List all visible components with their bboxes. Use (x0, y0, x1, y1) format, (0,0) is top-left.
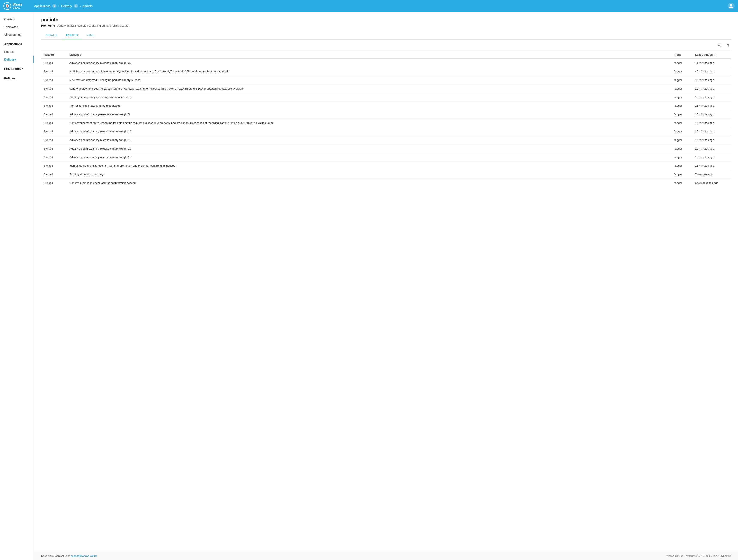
table-row: Synced Routing all traffic to primary fl… (41, 170, 731, 179)
cell-from: flagger (671, 136, 693, 144)
layout: Clusters Templates Violation Log Applica… (0, 12, 738, 560)
sidebar-item-sources[interactable]: Sources (0, 48, 34, 56)
cell-reason: Synced (41, 93, 67, 101)
cell-from: flagger (671, 153, 693, 161)
cell-last-updated: 7 minutes ago (693, 170, 731, 179)
sidebar: Clusters Templates Violation Log Applica… (0, 12, 34, 560)
logo-weave-text: Weave (13, 3, 22, 6)
cell-reason: Synced (41, 110, 67, 119)
sidebar-item-flux-runtime[interactable]: Flux Runtime (0, 65, 34, 73)
cell-message: Advance podinfo.canary-release canary we… (67, 144, 671, 153)
cell-last-updated: 16 minutes ago (693, 93, 731, 101)
breadcrumb-podinfo: podinfo (83, 4, 92, 8)
table-row: Synced podinfo-primary.canary-release no… (41, 67, 731, 76)
cell-last-updated: 15 minutes ago (693, 153, 731, 161)
table-row: Synced canary deployment podinfo.canary-… (41, 84, 731, 93)
cell-from: flagger (671, 179, 693, 187)
promoting-text: Canary analysis completed, starting prim… (57, 24, 129, 27)
cell-reason: Synced (41, 59, 67, 67)
col-header-reason: Reason (41, 51, 67, 59)
table-toolbar (41, 40, 731, 51)
cell-reason: Synced (41, 136, 67, 144)
tab-events[interactable]: EVENTS (62, 31, 82, 39)
cell-last-updated: 11 minutes ago (693, 161, 731, 170)
sidebar-item-clusters[interactable]: Clusters (0, 15, 34, 23)
cell-reason: Synced (41, 127, 67, 136)
cell-message: Advance podinfo.canary-release canary we… (67, 59, 671, 67)
col-header-last-updated: Last Updated (693, 51, 731, 59)
cell-from: flagger (671, 161, 693, 170)
cell-last-updated: a few seconds ago (693, 179, 731, 187)
cell-from: flagger (671, 170, 693, 179)
delivery-badge: 1 (74, 4, 78, 8)
table-row: Synced Advance podinfo.canary-release ca… (41, 59, 731, 67)
main-content: podinfo Promoting Canary analysis comple… (34, 12, 738, 560)
filter-icon[interactable] (725, 42, 731, 48)
cell-message: Advance podinfo.canary-release canary we… (67, 127, 671, 136)
table-row: Synced Advance podinfo.canary-release ca… (41, 153, 731, 161)
promoting-label: Promoting (41, 24, 55, 27)
cell-reason: Synced (41, 153, 67, 161)
applications-badge: 6 (52, 4, 57, 8)
cell-from: flagger (671, 93, 693, 101)
col-header-message: Message (67, 51, 671, 59)
cell-last-updated: 15 minutes ago (693, 119, 731, 127)
breadcrumb-delivery[interactable]: Delivery (61, 4, 72, 8)
table-row: Synced Pre-rollout check acceptance-test… (41, 101, 731, 110)
cell-message: Advance podinfo.canary-release canary we… (67, 136, 671, 144)
cell-last-updated: 16 minutes ago (693, 101, 731, 110)
cell-last-updated: 40 minutes ago (693, 67, 731, 76)
search-icon[interactable] (717, 42, 723, 48)
table-row: Synced Advance podinfo.canary-release ca… (41, 136, 731, 144)
cell-reason: Synced (41, 170, 67, 179)
cell-last-updated: 15 minutes ago (693, 144, 731, 153)
user-avatar[interactable] (728, 3, 735, 9)
cell-message: canary deployment podinfo.canary-release… (67, 84, 671, 93)
page-title: podinfo (41, 17, 731, 23)
sidebar-item-templates[interactable]: Templates (0, 23, 34, 31)
tab-yaml[interactable]: YAML (82, 31, 98, 39)
cell-reason: Synced (41, 144, 67, 153)
sidebar-item-violation-log[interactable]: Violation Log (0, 31, 34, 39)
footer-help-text: Need help? Contact us at (41, 554, 71, 557)
tabs: DETAILS EVENTS YAML (41, 31, 731, 40)
sidebar-item-delivery[interactable]: Delivery (0, 56, 34, 63)
table-row: Synced Advance podinfo.canary-release ca… (41, 110, 731, 119)
col-header-from: From (671, 51, 693, 59)
cell-reason: Synced (41, 161, 67, 170)
sidebar-item-applications[interactable]: Applications (0, 40, 34, 48)
header: Weave GitOps Applications 6 › Delivery 1… (0, 0, 738, 12)
cell-message: Halt advancement no values found for ngi… (67, 119, 671, 127)
breadcrumb: Applications 6 › Delivery 1 › podinfo (34, 4, 92, 8)
cell-from: flagger (671, 76, 693, 84)
logo[interactable]: Weave GitOps (3, 2, 29, 10)
tab-details[interactable]: DETAILS (41, 31, 62, 39)
cell-reason: Synced (41, 179, 67, 187)
sidebar-item-policies[interactable]: Policies (0, 75, 34, 82)
footer-help-link[interactable]: support@weave.works (71, 554, 97, 557)
cell-message: podinfo-primary.canary-release not ready… (67, 67, 671, 76)
cell-message: Advance podinfo.canary-release canary we… (67, 153, 671, 161)
cell-message: Pre-rollout check acceptance-test passed (67, 101, 671, 110)
cell-from: flagger (671, 84, 693, 93)
footer-version: Weave GitOps Enterprise 2022-07 0.9.0-rc… (666, 554, 731, 557)
cell-from: flagger (671, 144, 693, 153)
cell-reason: Synced (41, 67, 67, 76)
cell-from: flagger (671, 67, 693, 76)
cell-last-updated: 16 minutes ago (693, 84, 731, 93)
breadcrumb-applications[interactable]: Applications (34, 4, 51, 8)
header-right (728, 3, 735, 9)
cell-last-updated: 15 minutes ago (693, 127, 731, 136)
promoting-row: Promoting Canary analysis completed, sta… (41, 24, 731, 27)
footer-help: Need help? Contact us at support@weave.w… (41, 554, 97, 557)
cell-message: Starting canary analysis for podinfo.can… (67, 93, 671, 101)
table-row: Synced Advance podinfo.canary-release ca… (41, 127, 731, 136)
breadcrumb-sep-2: › (80, 4, 81, 8)
content-area: podinfo Promoting Canary analysis comple… (34, 12, 738, 552)
cell-last-updated: 16 minutes ago (693, 110, 731, 119)
cell-from: flagger (671, 101, 693, 110)
logo-gitops-text: GitOps (13, 6, 22, 9)
cell-last-updated: 15 minutes ago (693, 136, 731, 144)
cell-reason: Synced (41, 101, 67, 110)
cell-message: Routing all traffic to primary (67, 170, 671, 179)
